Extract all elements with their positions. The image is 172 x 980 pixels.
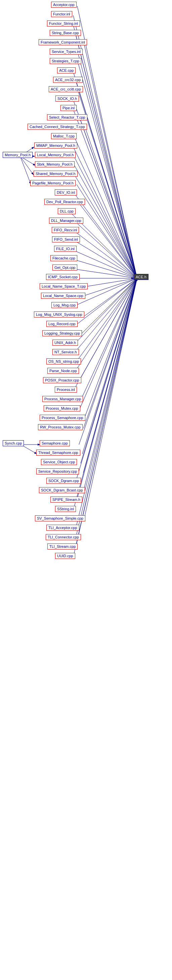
svg-line-29 [76,222,137,278]
svg-line-26 [75,194,137,278]
svg-line-12 [73,109,137,278]
svg-line-6 [78,53,137,278]
node-SString-inl: SString.inl [55,506,76,512]
node-Functor-String-inl: Functor_String.inl [47,21,80,27]
node-SOCK-Dgram-cpp: SOCK_Dgram.cpp [47,478,81,484]
svg-line-64 [76,278,137,538]
node-TLI-Stream-cpp: TLI_Stream.cpp [47,544,77,549]
node-Dev-Poll-Reactor-cpp: Dev_Poll_Reactor.cpp [44,199,85,205]
node-DLL-cpp: DLL.cpp [58,208,76,214]
node-Log-Msg-UNIX-Syslog-cpp: Log_Msg_UNIX_Syslog.cpp [34,312,84,318]
node-Process-Mutex-cpp: Process_Mutex.cpp [44,405,80,411]
node-Local-Name-Space-cpp: Local_Name_Space.cpp [41,293,85,299]
node-MMAP-Memory-Pool-h: MMAP_Memory_Pool.h [34,143,77,148]
node-Service-Repository-cpp: Service_Repository.cpp [36,468,79,474]
node-Framework-Component-inl: Framework_Component.inl [39,39,87,45]
svg-line-45 [75,278,137,372]
svg-line-62 [84,278,137,520]
svg-line-1 [77,6,137,278]
svg-line-30 [75,231,137,278]
svg-line-25 [77,185,137,278]
node-Pipe-inl: Pipe.inl [61,105,77,111]
node-Semaphore-cpp: Semaphore.cpp [40,440,70,446]
node-ACE-crc32-cpp: ACE_crc32.cpp [53,77,83,83]
diagram-svg [0,0,172,980]
node-ACE-h: ACE.h [134,274,148,280]
node-Service-Object-cpp: Service_Object.cpp [41,459,77,465]
svg-line-20 [20,156,31,185]
node-ACE-crc-ccitt-cpp: ACE_crc_ccitt.cpp [49,86,83,92]
svg-line-55 [82,278,137,454]
node-RW-Process-Mutex-cpp: RW_Process_Mutex.cpp [38,424,83,430]
svg-line-37 [80,278,137,297]
svg-line-22 [74,156,137,278]
node-Thread-Semaphore-cpp: Thread_Semaphore.cpp [36,450,80,456]
svg-line-31 [75,241,137,278]
node-SOCK-IO-h: SOCK_IO.h [55,95,79,102]
svg-line-33 [74,259,137,278]
svg-line-50 [84,278,137,419]
svg-line-34 [73,269,137,278]
node-Filecache-cpp: Filecache.cpp [50,255,77,261]
diagram-container: Acceptor.cpp Functor.inl Functor_String.… [0,0,172,980]
node-OS-NS-string-cpp: OS_NS_string.cpp [47,358,81,364]
node-UNIX-Addr-h: UNIX_Addr.h [52,340,78,346]
node-SV-Semaphore-Simple-cpp: SV_Semaphore_Simple.cpp [35,515,85,521]
node-String-Base-cpp: String_Base.cpp [50,30,81,36]
node-Log-Msg-cpp: Log_Msg.cpp [51,302,77,308]
svg-line-27 [79,203,137,278]
node-FIFO-Recv-inl: FIFO_Recv.inl [52,227,79,233]
node-UUID-cpp: UUID.cpp [55,553,75,559]
node-Parse-Node-cpp: Parse_Node.cpp [47,368,79,374]
node-POSIX-Proactor-cpp: POSIX_Proactor.cpp [43,377,81,383]
svg-line-15 [75,137,137,278]
node-Functor-inl: Functor.inl [51,11,72,17]
node-Memory-Pool-h: Memory_Pool.h [3,152,32,158]
svg-line-38 [73,278,137,306]
node-Select-Reactor-T-cpp: Select_Reactor_T.cpp [47,115,87,120]
node-Malloc-T-cpp: Malloc_T.cpp [51,133,77,139]
svg-line-14 [85,128,137,278]
svg-line-48 [80,278,137,400]
svg-line-13 [80,119,137,278]
svg-line-39 [85,278,137,316]
node-NT-Service-h: NT_Service.h [52,349,79,355]
node-Process-Manager-cpp: Process_Manager.cpp [42,396,83,402]
svg-line-65 [76,278,137,548]
svg-line-9 [76,81,137,278]
node-Service-Types-inl: Service_Types.inl [50,49,83,55]
node-Shared-Memory-Pool-h: Shared_Memory_Pool.h [34,171,77,177]
node-Process-inl: Process.inl [55,387,77,393]
svg-line-3 [73,25,137,278]
node-FILE-IO-inl: FILE_IO.inl [54,246,77,252]
svg-line-7 [78,62,137,278]
node-Acceptor-cpp: Acceptor.cpp [51,2,77,8]
svg-line-23 [75,165,137,278]
node-SOCK-Dgram-Bcast-cpp: SOCK_Dgram_Bcast.cpp [39,487,85,493]
node-FIFO-Send-inl: FIFO_Send.inl [52,236,80,242]
svg-line-57 [83,278,137,473]
node-TLI-Connector-cpp: TLI_Connector.cpp [46,534,81,540]
node-Synch-cpp: Synch.cpp [3,440,24,446]
svg-line-49 [79,278,137,410]
svg-line-41 [80,278,137,335]
svg-line-4 [76,34,137,278]
node-Logging-Strategy-cpp: Logging_Strategy.cpp [42,330,82,336]
svg-line-2 [73,16,137,278]
node-SPIPE-Stream-h: SPIPE_Stream.h [50,496,82,503]
svg-line-46 [79,278,137,382]
svg-line-24 [75,175,137,278]
node-Pagefile-Memory-Pool-h: Pagefile_Memory_Pool.h [30,180,76,186]
node-ICMP-Socket-cpp: ICMP_Socket.cpp [46,274,80,280]
svg-line-19 [20,156,34,175]
node-Local-Memory-Pool-h: Local_Memory_Pool.h [35,152,76,158]
svg-line-44 [76,278,137,363]
svg-line-5 [84,44,137,278]
node-Local-Name-Space-T-cpp: Local_Name_Space_T.cpp [40,283,88,290]
node-Strategies-T-cpp: Strategies_T.cpp [50,58,81,64]
node-Log-Record-cpp: Log_Record.cpp [47,321,77,327]
svg-line-60 [77,278,137,501]
node-Sbrk-Memory-Pool-h: Sbrk_Memory_Pool.h [35,161,75,167]
node-DEV-IO-inl: DEV_IO.inl [55,189,77,196]
node-Process-Semaphore-cpp: Process_Semaphore.cpp [40,415,85,421]
